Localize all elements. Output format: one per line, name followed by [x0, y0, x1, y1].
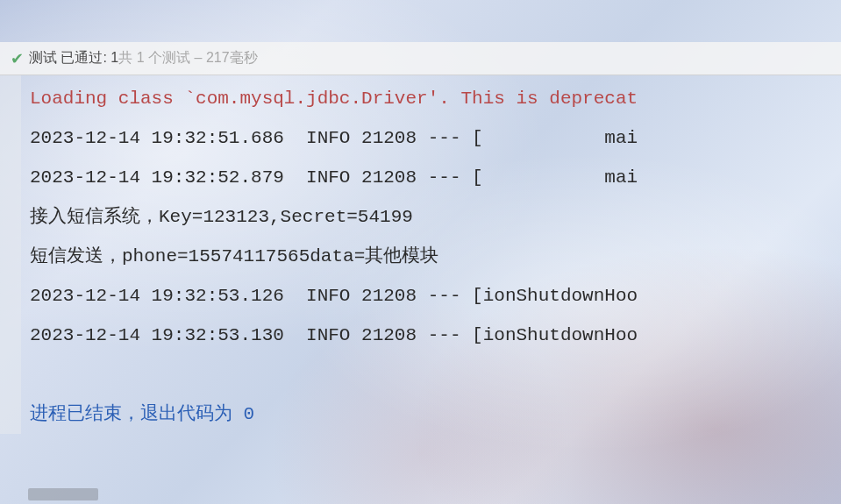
console-line: Loading class `com.mysql.jdbc.Driver'. T…	[30, 79, 841, 118]
console-line: 短信发送，phone=15574117565data=其他模块	[30, 237, 841, 276]
horizontal-scrollbar-thumb[interactable]	[28, 488, 98, 500]
status-label: 测试 已通过:	[29, 50, 107, 65]
test-status-bar: ✔ 测试 已通过: 1共 1 个测试 – 217毫秒	[0, 42, 841, 75]
check-icon: ✔	[11, 51, 24, 67]
console-gutter	[0, 75, 21, 434]
console-output[interactable]: Loading class `com.mysql.jdbc.Driver'. T…	[0, 75, 841, 434]
console-line: 2023-12-14 19:32:51.686 INFO 21208 --- […	[30, 118, 841, 158]
console-line: 2023-12-14 19:32:53.126 INFO 21208 --- […	[30, 276, 841, 316]
passed-count: 1	[110, 50, 118, 65]
status-text: 测试 已通过: 1共 1 个测试 – 217毫秒	[29, 49, 258, 67]
console-line: 接入短信系统，Key=123123,Secret=54199	[30, 197, 841, 237]
console-line: 进程已结束，退出代码为 0	[30, 394, 841, 434]
tests-word: 个测试	[148, 50, 190, 65]
console-content[interactable]: Loading class `com.mysql.jdbc.Driver'. T…	[4, 79, 841, 434]
console-line: 2023-12-14 19:32:53.130 INFO 21208 --- […	[30, 316, 841, 355]
total-count: 1	[137, 50, 145, 65]
status-middle: 共	[118, 50, 132, 65]
duration: 217毫秒	[206, 50, 258, 65]
console-line: 2023-12-14 19:32:52.879 INFO 21208 --- […	[30, 158, 841, 197]
console-line	[30, 355, 841, 394]
separator: –	[195, 50, 203, 65]
